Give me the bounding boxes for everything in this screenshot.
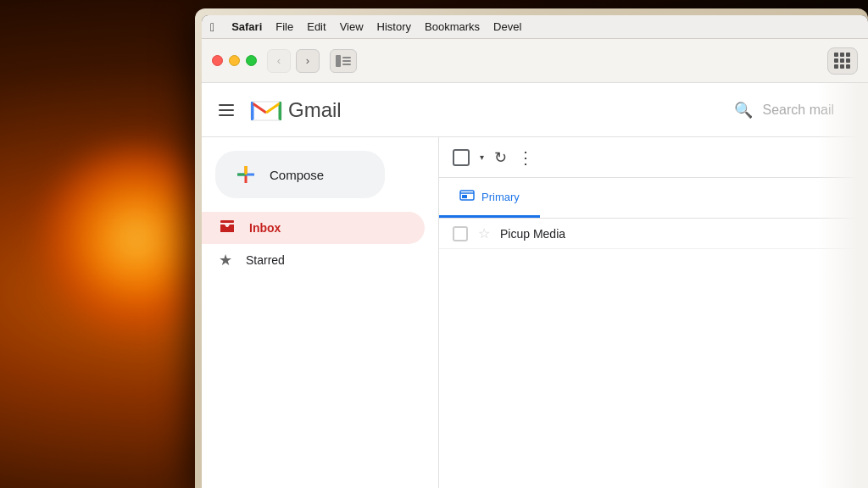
compose-label: Compose	[270, 168, 324, 182]
gmail-logo: Gmail	[249, 97, 342, 124]
minimize-button[interactable]	[229, 55, 240, 66]
primary-tab-icon	[459, 187, 475, 206]
svg-rect-13	[462, 195, 467, 198]
starred-icon: ★	[219, 251, 232, 269]
svg-rect-10	[245, 166, 248, 175]
back-button[interactable]: ‹	[267, 49, 291, 73]
back-icon: ‹	[277, 54, 281, 67]
forward-icon: ›	[306, 54, 309, 67]
macos-menu-bar:  Safari File Edit View History Bookmark…	[202, 15, 868, 39]
forward-button[interactable]: ›	[296, 49, 320, 73]
history-menu[interactable]: History	[377, 20, 411, 33]
star-icon[interactable]: ☆	[478, 225, 490, 241]
svg-rect-5	[251, 102, 253, 120]
hamburger-menu-button[interactable]	[219, 104, 236, 116]
svg-rect-1	[342, 57, 351, 58]
nav-buttons: ‹ ›	[267, 49, 320, 73]
gmail-text-label: Gmail	[288, 98, 342, 122]
starred-label: Starred	[246, 253, 285, 267]
grid-button[interactable]	[827, 47, 858, 75]
hamburger-line-3	[219, 114, 234, 116]
gmail-header: Gmail 🔍 Search mail	[202, 83, 868, 137]
sidebar-item-starred[interactable]: ★ Starred	[202, 244, 425, 276]
search-placeholder-text: Search mail	[763, 103, 834, 118]
refresh-button[interactable]: ↻	[494, 148, 507, 167]
browser-content: Gmail 🔍 Search mail	[202, 83, 868, 488]
more-options-button[interactable]: ⋮	[517, 147, 534, 168]
compose-button[interactable]: Compose	[215, 151, 385, 198]
main-content: Compose Inbox ★	[202, 137, 868, 488]
tab-primary[interactable]: Primary	[439, 178, 540, 218]
svg-rect-11	[220, 220, 234, 223]
compose-plus-icon	[236, 164, 256, 185]
svg-rect-0	[336, 55, 341, 67]
primary-tab-label: Primary	[481, 191, 520, 203]
safari-toolbar: ‹ ›	[202, 39, 868, 83]
traffic-lights	[212, 55, 257, 66]
select-dropdown-button[interactable]: ▾	[480, 152, 484, 162]
safari-menu[interactable]: Safari	[231, 20, 262, 33]
file-menu[interactable]: File	[275, 20, 293, 33]
sidebar: Compose Inbox ★	[202, 137, 439, 488]
inbox-label: Inbox	[249, 221, 281, 235]
screen-bezel:  Safari File Edit View History Bookmark…	[202, 15, 868, 488]
svg-rect-3	[342, 64, 351, 65]
view-menu[interactable]: View	[340, 20, 364, 33]
email-checkbox[interactable]	[453, 226, 468, 241]
develop-menu[interactable]: Devel	[493, 20, 521, 33]
email-list-toolbar: ▾ ↻ ⋮	[439, 137, 868, 178]
hamburger-line-1	[219, 104, 234, 106]
select-all-checkbox[interactable]	[453, 149, 470, 166]
grid-icon	[834, 53, 851, 69]
search-area[interactable]: 🔍 Search mail	[734, 101, 834, 119]
gmail-m-icon	[249, 97, 283, 124]
sidebar-item-inbox[interactable]: Inbox	[202, 212, 425, 244]
close-button[interactable]	[212, 55, 223, 66]
apple-menu[interactable]: 	[210, 20, 214, 34]
hamburger-line-2	[219, 109, 234, 111]
edit-menu[interactable]: Edit	[307, 20, 326, 33]
svg-rect-6	[280, 102, 282, 120]
sidebar-icon	[336, 55, 351, 67]
search-icon: 🔍	[734, 101, 753, 119]
inbox-icon	[219, 218, 236, 239]
bookmarks-menu[interactable]: Bookmarks	[425, 20, 480, 33]
sidebar-toggle-button[interactable]	[330, 49, 357, 73]
email-list-pane: ▾ ↻ ⋮	[439, 137, 868, 488]
fullscreen-button[interactable]	[246, 55, 257, 66]
svg-rect-2	[342, 60, 351, 62]
sender-name: Picup Media	[500, 227, 602, 241]
table-row[interactable]: ☆ Picup Media	[439, 219, 868, 249]
email-tab-row: Primary	[439, 178, 868, 219]
laptop-frame:  Safari File Edit View History Bookmark…	[195, 8, 868, 488]
